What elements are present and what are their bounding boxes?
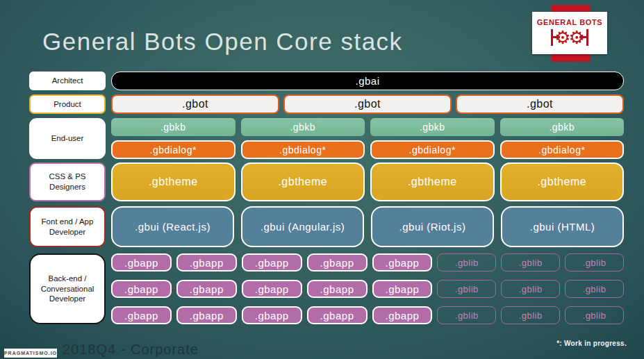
gbkb-box: .gbkb [111, 118, 236, 136]
gblib-box: .gblib [565, 280, 624, 298]
row-label-product: Product [29, 94, 106, 114]
gear-axle-right-icon [586, 29, 588, 46]
gblib-box: .gblib [437, 253, 496, 272]
gbapp-box: .gbapp [372, 306, 433, 324]
gbtheme-box: .gbtheme [500, 162, 625, 201]
gbdialog-box: .gbdialog* [241, 140, 365, 159]
gbapp-box: .gbapp [242, 306, 302, 324]
gbdialog-box: .gbdialog* [500, 140, 625, 159]
gbui-html-box: .gbui (HTML) [501, 206, 624, 247]
gbui-riot-box: .gbui (Riot.js) [371, 206, 494, 247]
gbkb-box: .gbkb [241, 118, 365, 136]
backend-row-3: .gbapp .gbapp .gbapp .gbapp .gbapp .gbli… [111, 306, 624, 324]
gbapp-box: .gbapp [111, 306, 172, 324]
gblib-box: .gblib [565, 306, 624, 324]
gbot-box: .gbot [283, 94, 452, 114]
backend-row-1: .gbapp .gbapp .gbapp .gbapp .gbapp .gbli… [111, 253, 624, 272]
gbapp-box: .gbapp [176, 280, 237, 298]
gbkb-box: .gbkb [370, 118, 495, 136]
gblib-box: .gblib [501, 253, 560, 272]
page-title: General Bots Open Core stack [42, 28, 403, 56]
gear-axle-left-icon [551, 29, 553, 46]
gbot-box: .gbot [456, 94, 624, 114]
gblib-box: .gblib [565, 253, 624, 272]
gblib-box: .gblib [437, 280, 496, 298]
gbapp-box: .gbapp [372, 253, 433, 272]
row-label-frontend-developer: Font end / App Developer [29, 206, 106, 247]
gbtheme-box: .gbtheme [370, 162, 495, 201]
gbapp-box: .gbapp [307, 280, 368, 298]
gbot-row: .gbot .gbot .gbot [111, 94, 624, 114]
gbkb-row: .gbkb .gbkb .gbkb .gbkb [111, 118, 624, 136]
gbtheme-box: .gbtheme [111, 162, 236, 201]
gbapp-box: .gbapp [372, 280, 433, 298]
row-label-architect: Architect [29, 72, 106, 90]
gbdialog-box: .gbdialog* [111, 140, 236, 159]
gbtheme-box: .gbtheme [241, 162, 365, 201]
backend-row-2: .gbapp .gbapp .gbapp .gbapp .gbapp .gbli… [111, 280, 624, 298]
gbapp-box: .gbapp [176, 306, 237, 324]
footer-text: 2018Q4 - Corporate [63, 342, 199, 358]
gbui-react-box: .gbui (React.js) [111, 206, 234, 247]
row-label-backend-developer: Back-end / Conversational Developer [29, 253, 106, 324]
logo-text: GENERAL BOTS [537, 18, 602, 26]
gblib-box: .gblib [501, 280, 560, 298]
row-label-designers: CSS & PS Designers [29, 162, 106, 201]
gbdialog-row: .gbdialog* .gbdialog* .gbdialog* .gbdial… [111, 140, 624, 159]
gbdialog-box: .gbdialog* [370, 140, 495, 159]
gbapp-box: .gbapp [176, 253, 237, 272]
pragmatismo-logo: PRAGMATISMO.IO [4, 349, 57, 358]
gbapp-box: .gbapp [242, 280, 302, 298]
gbtheme-row: .gbtheme .gbtheme .gbtheme .gbtheme [111, 162, 624, 201]
gears-icon: ⚙⚙ [551, 27, 588, 48]
gbapp-box: .gbapp [307, 253, 368, 272]
gbot-box: .gbot [111, 94, 279, 114]
gbkb-box: .gbkb [500, 118, 625, 136]
general-bots-logo: GENERAL BOTS ⚙⚙ [532, 12, 607, 54]
gbui-angular-box: .gbui (Angular.js) [241, 206, 364, 247]
gbapp-box: .gbapp [111, 280, 172, 298]
row-label-end-user: End-user [29, 118, 106, 159]
gbai-box: .gbai [111, 72, 624, 90]
gbui-row: .gbui (React.js) .gbui (Angular.js) .gbu… [111, 206, 624, 247]
gbapp-box: .gbapp [111, 253, 172, 272]
slide: General Bots Open Core stack GENERAL BOT… [0, 0, 644, 359]
gbapp-box: .gbapp [307, 306, 368, 324]
work-in-progress-note: *: Work in progress. [556, 340, 627, 347]
gblib-box: .gblib [501, 306, 560, 324]
gblib-box: .gblib [437, 306, 496, 324]
gbapp-box: .gbapp [242, 253, 302, 272]
